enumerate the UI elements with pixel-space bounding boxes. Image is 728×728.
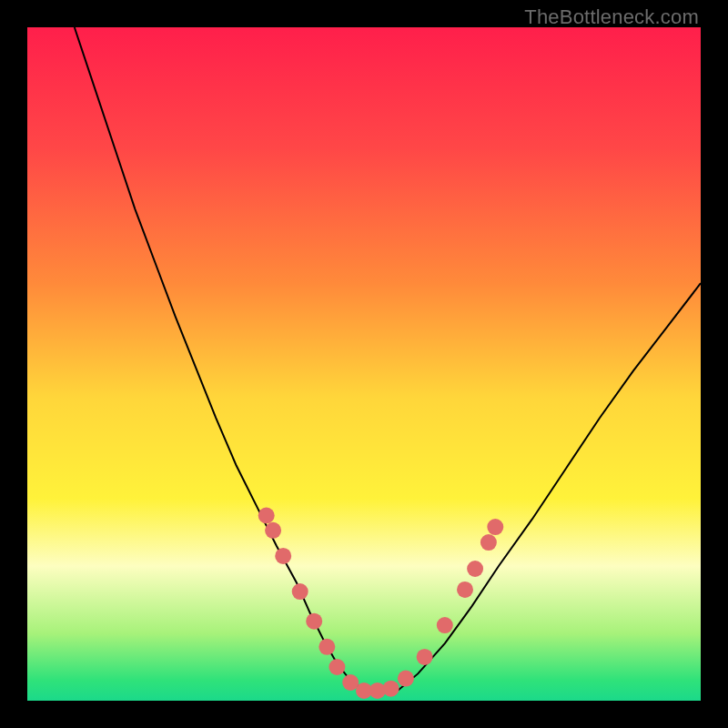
highlight-dots-group	[258, 508, 504, 699]
bottleneck-curve	[75, 27, 701, 694]
highlight-dot	[457, 581, 473, 598]
highlight-dot	[487, 519, 503, 535]
highlight-dot	[329, 659, 345, 675]
highlight-dot	[398, 671, 414, 687]
highlight-dot	[306, 613, 322, 630]
highlight-dot	[417, 649, 433, 665]
chart-frame: TheBottleneck.com	[0, 0, 728, 728]
highlight-dot	[275, 548, 291, 564]
highlight-dot	[383, 681, 399, 697]
highlight-dot	[318, 639, 335, 655]
highlight-dot	[437, 617, 453, 633]
watermark-text: TheBottleneck.com	[524, 5, 699, 29]
highlight-dot	[265, 522, 281, 539]
highlight-dot	[258, 508, 275, 524]
highlight-dot	[480, 534, 497, 551]
curve-layer	[27, 27, 701, 701]
highlight-dot	[467, 561, 483, 577]
plot-area	[27, 27, 701, 701]
highlight-dot	[292, 583, 308, 600]
